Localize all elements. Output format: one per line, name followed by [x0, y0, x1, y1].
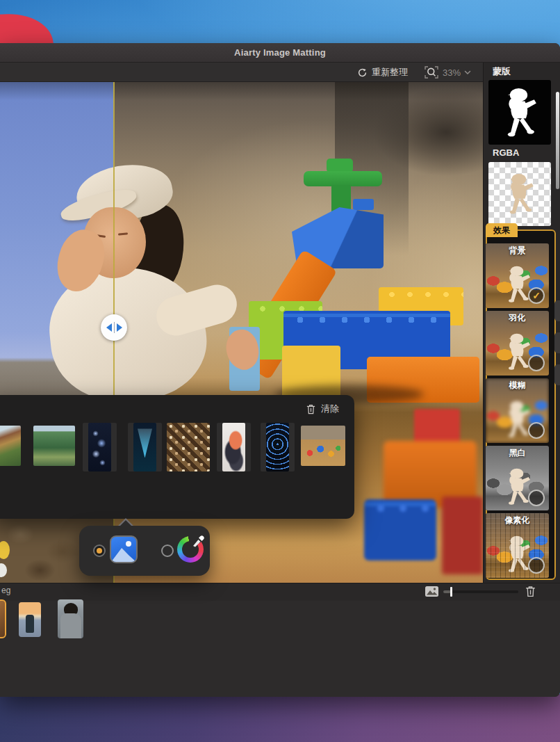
- thumbnail-size-slider[interactable]: [443, 590, 518, 593]
- panel-edge-tab: [554, 300, 560, 321]
- bg-thumb-lego-room[interactable]: [301, 426, 345, 466]
- rgba-cutout: [498, 170, 541, 218]
- effect-toggle[interactable]: [528, 557, 545, 574]
- effect-item-blur[interactable]: 模糊: [486, 378, 549, 443]
- image-background-icon[interactable]: [110, 535, 138, 563]
- effect-label: 背景: [486, 245, 549, 257]
- effect-item-pixelate[interactable]: 像素化: [486, 513, 549, 578]
- eyedropper-icon: [190, 533, 206, 549]
- color-background-icon[interactable]: [176, 535, 204, 563]
- effect-label: 黑白: [486, 447, 549, 459]
- panel-edge-tab: [554, 364, 560, 385]
- refresh-label: 重新整理: [372, 66, 408, 79]
- panel-scrollbar[interactable]: [556, 92, 559, 189]
- rgba-section-label: RGBA: [493, 147, 519, 158]
- radio-color-background[interactable]: [161, 545, 174, 557]
- filmstrip: [0, 601, 560, 697]
- mask-section-label: 蒙版: [493, 65, 511, 78]
- magnifier-icon: [424, 65, 439, 80]
- split-divider-icon: [114, 322, 115, 333]
- effect-label: 羽化: [486, 312, 549, 324]
- bg-thumb-abstract-light[interactable]: [222, 423, 245, 471]
- filename-fragment: eg: [1, 586, 10, 595]
- split-arrow-right-icon: [117, 323, 122, 332]
- lego-propeller-knob: [327, 159, 353, 172]
- clear-label: 清除: [321, 403, 339, 415]
- zoom-value: 33%: [443, 67, 461, 78]
- lego-blue-stud: [353, 199, 374, 210]
- bg-thumb-river-valley[interactable]: [33, 426, 75, 466]
- filmstrip-thumb-current-selected[interactable]: [0, 599, 6, 638]
- effect-item-feather[interactable]: 羽化: [486, 311, 549, 376]
- lego-blue-block-floor: [364, 499, 436, 560]
- zoom-control[interactable]: 33%: [424, 65, 471, 80]
- slider-thumb[interactable]: [450, 587, 452, 597]
- lego-darkred-block-floor: [442, 497, 483, 574]
- effect-item-blackwhite[interactable]: 黑白: [486, 446, 549, 510]
- toolbar: 重新整理 33%: [0, 63, 483, 82]
- bg-thumb-cats-collage[interactable]: [167, 423, 210, 471]
- background-picker-panel: 清除: [0, 395, 354, 519]
- filmstrip-thumb-sunset[interactable]: [19, 602, 41, 637]
- effect-toggle[interactable]: [528, 355, 545, 371]
- effects-tab[interactable]: 效果: [486, 223, 518, 237]
- compare-split-handle[interactable]: [101, 314, 127, 341]
- thumbnail-size-icon[interactable]: [425, 586, 439, 597]
- effect-toggle[interactable]: [528, 422, 545, 439]
- trash-icon: [306, 403, 316, 415]
- mask-preview[interactable]: [488, 80, 551, 145]
- effect-label: 像素化: [486, 515, 549, 526]
- desktop-wallpaper-bottom: [0, 694, 560, 742]
- delete-image-button[interactable]: [525, 585, 536, 598]
- lego-propeller-bar: [304, 171, 382, 186]
- rgba-preview[interactable]: [488, 162, 551, 226]
- canvas-top-vignette: [0, 82, 483, 100]
- effect-toggle-checked[interactable]: ✓: [528, 287, 545, 304]
- window-title: Aiarty Image Matting: [234, 47, 326, 58]
- bg-thumb-blue-bokeh[interactable]: [88, 423, 111, 471]
- effect-label: 模糊: [486, 380, 549, 392]
- radio-image-background[interactable]: [93, 545, 106, 557]
- chevron-down-icon: [464, 70, 471, 75]
- refresh-icon: [357, 67, 368, 78]
- panel-edge-tab: [554, 332, 560, 353]
- bg-thumb-autumn-landscape[interactable]: [0, 426, 21, 466]
- bottom-bar: eg: [0, 583, 560, 601]
- titlebar[interactable]: Aiarty Image Matting: [0, 43, 560, 63]
- background-type-popover: [79, 526, 210, 576]
- desktop: Aiarty Image Matting 重新整理 33%: [0, 0, 560, 742]
- right-panel: 蒙版 RGBA 效果 背景 ✓ 羽化: [483, 63, 560, 583]
- filmstrip-thumb-jacket[interactable]: [58, 599, 83, 638]
- clear-backgrounds-button[interactable]: 清除: [306, 403, 339, 415]
- refresh-button[interactable]: 重新整理: [357, 65, 408, 80]
- mask-silhouette: [493, 84, 546, 141]
- lego-red-block-floor: [414, 409, 460, 445]
- effect-toggle[interactable]: [528, 490, 545, 506]
- bg-thumb-blue-rings[interactable]: [266, 423, 289, 471]
- bg-thumb-light-beam[interactable]: [133, 423, 156, 471]
- effect-item-background[interactable]: 背景 ✓: [486, 243, 549, 308]
- split-arrow-left-icon: [106, 323, 112, 332]
